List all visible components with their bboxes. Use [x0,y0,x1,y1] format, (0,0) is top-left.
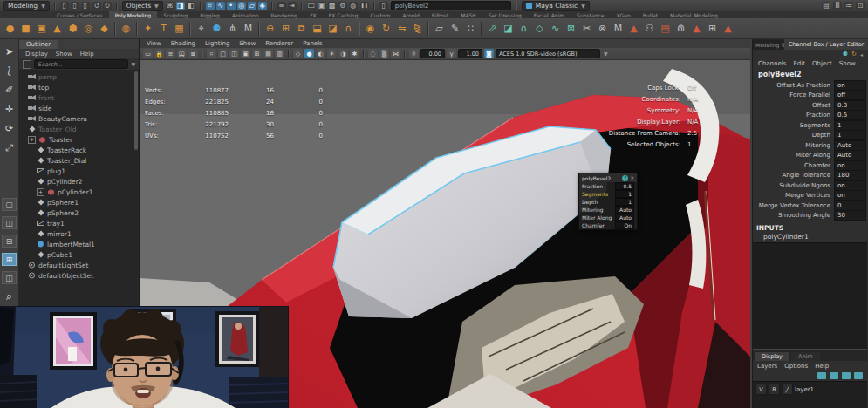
sidebar-icon[interactable]: ▯ [379,2,388,10]
channel-attribute-row[interactable]: Merge Verticeson [753,191,868,201]
help-icon[interactable]: ? [622,175,628,181]
outliner-item[interactable]: ToasterRack [19,145,139,155]
outliner-item[interactable]: Toaster_Old [19,124,139,134]
gamma-icon[interactable]: γ [447,49,456,58]
ipr-render-icon[interactable]: ▣ [318,2,326,10]
shelf-tab-poly-modeling[interactable]: Poly Modeling [109,11,158,18]
resolution-gate-icon[interactable]: ◫ [229,49,239,58]
menu-set-dropdown[interactable]: Modeling ▼ [3,1,50,11]
channel-attribute-row[interactable]: Fraction0.5 [753,111,868,121]
safe-action-icon[interactable]: ▤ [263,49,273,58]
shaded-icon[interactable]: ● [304,49,314,58]
boolean-icon[interactable]: ⊖ [263,21,277,36]
close-icon[interactable]: ✕ [630,175,634,180]
channel-box-menu-object[interactable]: Object [812,60,832,67]
poly-cube-smooth-icon[interactable]: ▣ [34,21,49,36]
snap-point-icon[interactable]: • [227,2,236,10]
outliner-item[interactable]: pCube1 [19,249,139,260]
grid-icon[interactable]: ⌗ [207,49,216,58]
outliner-item[interactable]: plug1 [19,166,139,176]
shelf-tab-rendering[interactable]: Rendering [265,11,304,18]
manipulator-icon[interactable]: ⚉ [843,51,848,58]
layer-menu-layers[interactable]: Layers [757,363,777,370]
poly-cube-icon[interactable]: ■ [18,21,33,36]
scale-tool[interactable]: ⤢ [3,140,17,154]
channel-box-input-node[interactable]: polyCylinder1 [753,233,868,241]
create-override-layer-icon[interactable] [842,372,851,379]
shelf-tab-fx-caching[interactable]: FX Caching [323,11,365,18]
paint-select-tool[interactable]: ✐ [3,83,17,97]
pause-viewport-icon[interactable]: ❚❚ [360,2,369,10]
target-weld-icon[interactable]: ⊗ [595,21,610,36]
shelf-tab-xgen[interactable]: XGen [610,11,636,18]
channel-attribute-row[interactable]: Offset As Fractionon [753,80,868,91]
channel-attribute-row[interactable]: Angle Tolerance180 [753,171,868,181]
outliner-item[interactable]: tray1 [19,218,139,228]
in-view-row[interactable]: Segments1 [579,190,637,198]
layer-editor-tab-anim[interactable]: Anim [791,352,820,361]
shelf-tab-substance[interactable]: Substance [571,11,610,18]
create-star-icon[interactable]: ✦ [140,21,155,36]
shadows-icon[interactable]: ◑ [338,49,348,58]
workspace-dropdown[interactable]: Maya Classic ▼ [522,1,590,11]
field1[interactable]: 0.00 [420,49,445,58]
channel-attribute-row[interactable]: Subdivide Ngonson [753,180,868,191]
wireframe-icon[interactable]: ◇ [293,49,303,58]
viewport-menu-lighting[interactable]: Lighting [205,40,229,47]
select-object-icon[interactable]: ◨ [176,2,185,10]
sculpt-tool-icon[interactable]: ∷ [463,21,478,36]
ghosting-icon[interactable]: ⚇ [642,21,657,36]
quad-draw-icon[interactable]: ▱ [432,21,447,36]
new-scene-icon[interactable]: ▯ [60,2,69,10]
textured-icon[interactable]: ◐ [316,49,325,58]
joint-xray-icon[interactable]: ⋈ [391,49,400,58]
collapse-panel-icon[interactable]: ◂ [860,51,863,58]
shelf-tab-bifrost[interactable]: Bifrost [426,11,455,18]
outliner-scrollbar[interactable] [134,71,138,150]
viewport-menu-renderer[interactable]: Renderer [265,40,293,47]
render-region-icon[interactable]: ▩ [328,2,337,10]
outliner-item[interactable]: BeautyCamera [19,113,139,124]
color-space-dropdown[interactable]: ACES 1.0 SDR-video (sRGB) [496,49,600,58]
outliner-search-input[interactable]: Search... [34,59,128,69]
shelf-tab-fx[interactable]: FX [304,11,323,18]
image-plane-icon[interactable]: 🗈 [188,49,198,58]
poly-cylinder-icon[interactable]: ⬢ [65,21,80,36]
extract-icon[interactable]: ⬓ [310,21,325,36]
filter-icon[interactable] [23,60,31,69]
layer-renderable-toggle[interactable]: R [769,384,780,395]
channel-attribute-row[interactable]: Merge Vertex Tolerance0 [753,201,868,211]
outliner-tab[interactable]: Outliner [19,39,139,49]
shelf-tab-sculpting[interactable]: Sculpting [157,11,194,18]
mirror-icon[interactable]: ⧎ [410,21,425,36]
safe-title-icon[interactable]: ▥ [275,49,284,58]
shelf-tab-set-dressing[interactable]: Set Dressing [482,11,528,18]
muscle-icon[interactable]: M [241,21,256,36]
layout-two-pane[interactable]: ◫ [2,216,17,229]
channel-box-menu-channels[interactable]: Channels [758,60,786,67]
symmetrize-icon[interactable]: ⇋ [394,21,409,36]
outliner-item[interactable]: mirror1 [19,228,139,239]
move-tool[interactable]: ✛ [3,102,17,116]
snap-grid-icon[interactable]: ⌗ [206,2,215,10]
isolate-select-icon[interactable]: ◌ [368,49,378,58]
rotate-tool[interactable]: ⟳ [3,121,17,135]
paint-transfer-icon[interactable]: ▲ [626,21,641,36]
in-view-row[interactable]: MiteringAuto [579,206,637,214]
channel-attribute-row[interactable]: Depth1 [753,131,868,141]
layer-row[interactable]: V R ╱ layer1 [753,384,867,395]
redo-icon[interactable]: ↻ [103,2,112,10]
open-scene-icon[interactable]: ▯ [71,2,79,10]
in-view-editor[interactable]: polyBevel2 ? ✕ Fraction0.5Segments1Depth… [578,173,638,230]
channel-attribute-row[interactable]: Offset0.3 [753,100,868,111]
tab-channel-box[interactable]: Channel Box / Layer Editor [784,39,868,50]
layer-menu-help[interactable]: Help [815,363,829,370]
layer-display-type-box[interactable]: ╱ [782,384,793,395]
lasso-select-tool[interactable]: ⟅ [3,64,17,78]
svg-tool-icon[interactable]: ▦ [172,21,187,36]
channel-attribute-row[interactable]: Chamferon [753,160,868,171]
shelf-tab-custom[interactable]: Custom [364,11,396,18]
snap-projected-center-icon[interactable]: ◎ [237,2,246,10]
expand-toggle[interactable]: + [37,188,44,196]
shelf-tab-bullet[interactable]: Bullet [637,11,664,18]
